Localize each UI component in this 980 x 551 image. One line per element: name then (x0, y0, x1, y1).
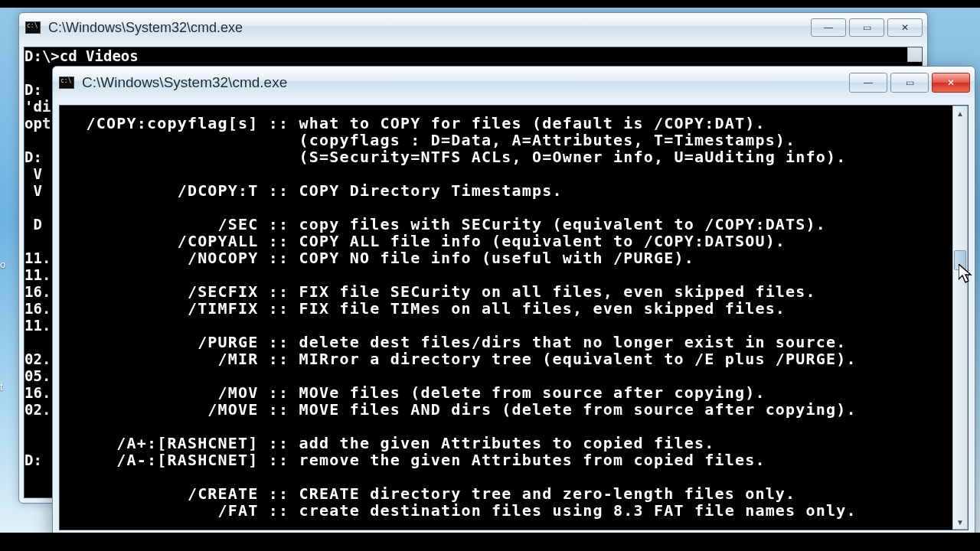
maximize-icon: ▭ (906, 77, 914, 88)
close-icon: ✕ (901, 22, 909, 33)
minimize-icon: — (824, 22, 833, 33)
close-button[interactable]: ✕ (932, 73, 970, 93)
desktop-icon-fragment: o (0, 259, 5, 270)
maximize-button[interactable]: ▭ (849, 18, 884, 37)
maximize-icon: ▭ (863, 22, 871, 33)
cmd-window-front: C:\Windows\System32\cmd.exe — ▭ ✕ /COPY:… (52, 66, 975, 537)
titlebar-front[interactable]: C:\Windows\System32\cmd.exe — ▭ ✕ (53, 67, 975, 99)
cmd-icon (25, 21, 41, 34)
desktop-icon-fragment: t (0, 381, 3, 393)
scrollbar-corner[interactable] (907, 47, 922, 62)
scroll-up-arrow-icon[interactable]: ▲ (953, 106, 967, 120)
close-icon: ✕ (947, 77, 955, 88)
console-output-front[interactable]: /COPY:copyflag[s] :: what to COPY for fi… (59, 105, 969, 530)
window-controls-back: — ▭ ✕ (811, 18, 923, 37)
window-title-front: C:\Windows\System32\cmd.exe (82, 74, 849, 91)
titlebar-back[interactable]: C:\Windows\System32\cmd.exe — ▭ ✕ (19, 13, 927, 42)
window-controls-front: — ▭ ✕ (849, 73, 970, 93)
close-button[interactable]: ✕ (887, 18, 923, 37)
minimize-button[interactable]: — (811, 18, 846, 37)
minimize-icon: — (864, 77, 873, 88)
window-title-back: C:\Windows\System32\cmd.exe (48, 20, 811, 36)
maximize-button[interactable]: ▭ (890, 73, 929, 93)
mouse-cursor-icon (959, 264, 974, 285)
svg-marker-0 (959, 264, 971, 282)
letterbox-top (0, 0, 980, 8)
letterbox-bottom (0, 533, 980, 551)
vertical-scrollbar[interactable]: ▲ ▼ (952, 106, 968, 530)
minimize-button[interactable]: — (849, 73, 887, 93)
desktop-background: o t C:\Windows\System32\cmd.exe — ▭ ✕ D:… (0, 0, 980, 551)
cmd-icon (59, 77, 74, 89)
scrollbar-track[interactable] (953, 120, 967, 515)
scroll-down-arrow-icon[interactable]: ▼ (953, 515, 967, 529)
